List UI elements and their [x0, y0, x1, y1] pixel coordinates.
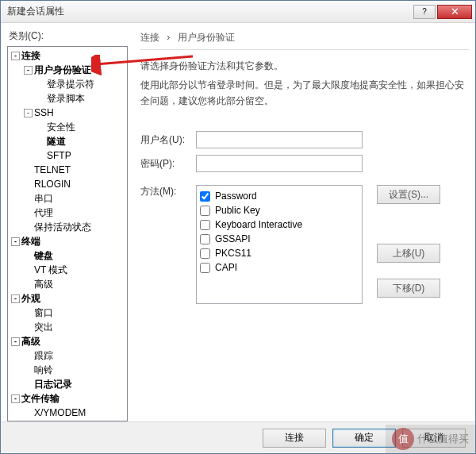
tree-item[interactable]: 隧道: [8, 134, 127, 148]
password-row: 密码(P):: [140, 155, 469, 172]
tree-item-label: 文件传输: [21, 393, 60, 404]
username-label: 用户名(U):: [140, 133, 196, 147]
setup-button[interactable]: 设置(S)...: [377, 185, 440, 204]
tree-item[interactable]: 登录提示符: [8, 77, 127, 91]
method-item[interactable]: Public Key: [200, 203, 359, 217]
tree-item[interactable]: 跟踪: [8, 348, 127, 363]
tree-expander-icon[interactable]: -: [11, 337, 20, 346]
method-item[interactable]: Password: [200, 189, 359, 203]
tree-item[interactable]: -文件传输: [8, 391, 127, 406]
help-button[interactable]: ?: [413, 5, 436, 19]
tree-item-label: 串口: [34, 193, 53, 204]
tree-item-label: 隧道: [47, 136, 66, 147]
tree-item-label: SSH: [34, 107, 54, 118]
password-input[interactable]: [196, 155, 363, 172]
category-label: 类别(C):: [7, 28, 128, 46]
titlebar-buttons: ? ✕: [413, 5, 472, 19]
tree-item-label: VT 模式: [34, 264, 67, 275]
sidebar: 类别(C): -连接-用户身份验证登录提示符登录脚本-SSH安全性隧道SFTPT…: [7, 28, 128, 421]
tree-item-label: RLOGIN: [34, 179, 71, 190]
tree-item[interactable]: 窗口: [8, 306, 127, 320]
method-item[interactable]: CAPI: [200, 260, 359, 275]
chevron-right-icon: ›: [167, 32, 170, 43]
tree-item[interactable]: 键盘: [8, 248, 127, 263]
tree-item-label: 高级: [34, 279, 53, 290]
tree-expander-icon[interactable]: -: [11, 294, 20, 303]
tree-expander-icon[interactable]: -: [11, 52, 20, 60]
tree-item-label: 安全性: [47, 121, 75, 133]
username-row: 用户名(U):: [140, 131, 469, 148]
tree-item[interactable]: 串口: [8, 191, 127, 206]
tree-item[interactable]: 安全性: [8, 120, 127, 134]
tree-item-label: 窗口: [34, 307, 53, 318]
method-item[interactable]: PKCS11: [200, 246, 359, 260]
description-line1: 请选择身份验证方法和其它参数。: [140, 58, 469, 74]
method-item[interactable]: Keyboard Interactive: [200, 217, 359, 232]
method-item-label: GSSAPI: [215, 233, 251, 244]
tree-item-label: 日志记录: [34, 379, 72, 390]
titlebar: 新建会话属性 ? ✕: [1, 1, 475, 23]
tree-item[interactable]: -高级: [8, 334, 127, 348]
tree-item-label: 响铃: [34, 364, 53, 375]
tree-item[interactable]: 代理: [8, 206, 127, 220]
method-checkbox[interactable]: [200, 220, 210, 230]
method-item-label: PKCS11: [215, 248, 251, 259]
password-label: 密码(P):: [140, 157, 196, 171]
category-tree[interactable]: -连接-用户身份验证登录提示符登录脚本-SSH安全性隧道SFTPTELNETRL…: [7, 46, 128, 421]
tree-item-label: 键盘: [34, 250, 53, 261]
method-checkbox[interactable]: [200, 263, 210, 273]
method-buttons: 设置(S)... 上移(U) 下移(D): [377, 185, 440, 298]
move-up-button[interactable]: 上移(U): [377, 244, 440, 263]
tree-item-label: 登录提示符: [47, 79, 94, 90]
method-list[interactable]: PasswordPublic KeyKeyboard InteractiveGS…: [196, 185, 363, 304]
tree-item-label: 登录脚本: [47, 93, 85, 104]
tree-item[interactable]: -连接: [8, 48, 127, 63]
watermark-text: 什么值得买: [417, 432, 469, 446]
tree-item[interactable]: RLOGIN: [8, 177, 127, 191]
breadcrumb: 连接 › 用户身份验证: [140, 28, 469, 49]
tree-item-label: 连接: [21, 50, 40, 61]
tree-expander-icon[interactable]: -: [11, 237, 20, 246]
tree-item[interactable]: 保持活动状态: [8, 220, 127, 234]
tree-item-label: X/YMODEM: [34, 407, 86, 418]
tree-item[interactable]: -SSH: [8, 106, 127, 120]
tree-item[interactable]: 突出: [8, 320, 127, 334]
method-item[interactable]: GSSAPI: [200, 232, 359, 246]
method-row: 方法(M): PasswordPublic KeyKeyboard Intera…: [140, 185, 469, 304]
connect-button[interactable]: 连接: [263, 429, 326, 448]
method-checkbox[interactable]: [200, 206, 210, 216]
tree-item-label: TELNET: [34, 164, 71, 175]
tree-item[interactable]: 响铃: [8, 363, 127, 377]
close-button[interactable]: ✕: [437, 5, 472, 19]
tree-item[interactable]: 高级: [8, 277, 127, 291]
tree-item-label: SFTP: [47, 150, 71, 161]
tree-expander-icon[interactable]: -: [24, 109, 33, 117]
tree-item[interactable]: -终端: [8, 234, 127, 248]
method-checkbox[interactable]: [200, 234, 210, 244]
tree-item[interactable]: VT 模式: [8, 263, 127, 277]
tree-item[interactable]: TELNET: [8, 163, 127, 177]
tree-expander-icon[interactable]: -: [24, 66, 33, 75]
main-panel: 连接 › 用户身份验证 请选择身份验证方法和其它参数。 使用此部分以节省登录时间…: [128, 28, 469, 421]
tree-item-label: 保持活动状态: [34, 221, 91, 233]
tree-item[interactable]: -外观: [8, 291, 127, 306]
tree-item-label: 外观: [21, 293, 40, 304]
breadcrumb-current: 用户身份验证: [178, 32, 235, 43]
method-checkbox[interactable]: [200, 191, 210, 202]
move-down-button[interactable]: 下移(D): [377, 279, 440, 298]
tree-item-label: 终端: [21, 236, 40, 247]
description-line2: 使用此部分以节省登录时间。但是，为了最大限度地提高安全性，如果担心安全问题，建议…: [140, 77, 469, 109]
username-input[interactable]: [196, 131, 363, 148]
method-checkbox[interactable]: [200, 248, 210, 259]
watermark-logo-icon: 值: [392, 428, 414, 450]
watermark: 值 什么值得买: [386, 425, 475, 453]
window-title: 新建会话属性: [7, 5, 413, 18]
tree-expander-icon[interactable]: -: [11, 394, 20, 403]
tree-item[interactable]: -用户身份验证: [8, 63, 127, 77]
breadcrumb-root: 连接: [140, 32, 159, 43]
tree-item[interactable]: 日志记录: [8, 377, 127, 391]
tree-item-label: 跟踪: [34, 350, 53, 361]
tree-item[interactable]: SFTP: [8, 148, 127, 163]
tree-item[interactable]: X/YMODEM: [8, 406, 127, 420]
tree-item[interactable]: 登录脚本: [8, 91, 127, 106]
